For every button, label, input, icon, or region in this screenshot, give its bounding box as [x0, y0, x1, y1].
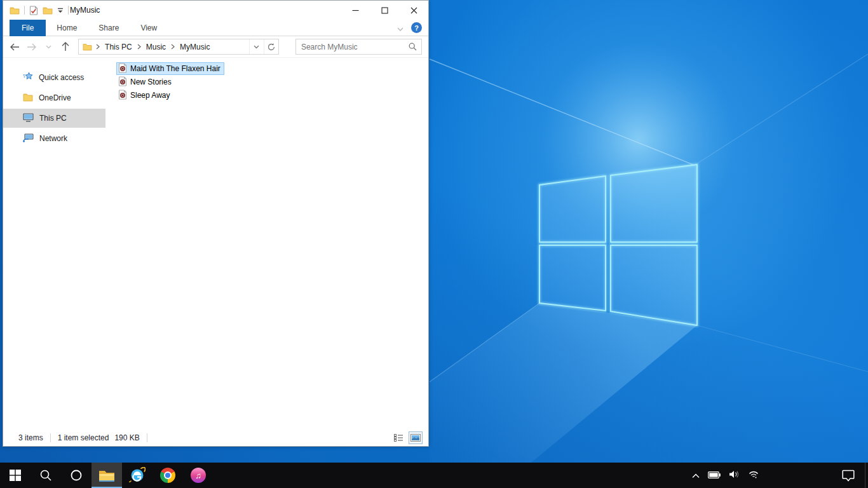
explorer-main: Quick access OneDrive This PC: [3, 58, 428, 430]
address-dropdown-chevron-icon[interactable]: [249, 39, 264, 54]
file-list: Maid With The Flaxen Hair New Stories Sl…: [105, 58, 428, 430]
tab-file[interactable]: File: [10, 20, 46, 36]
search-icon[interactable]: [405, 43, 421, 51]
close-button[interactable]: [399, 1, 428, 20]
this-pc-monitor-icon: [23, 113, 34, 124]
view-toggle-group: [392, 432, 422, 444]
tray-expand-chevron-icon[interactable]: [692, 470, 700, 481]
expand-ribbon-chevron-icon[interactable]: [397, 22, 403, 34]
sidebar-item-onedrive[interactable]: OneDrive: [3, 88, 105, 107]
status-bar: 3 items 1 item selected 190 KB: [3, 430, 428, 446]
volume-icon[interactable]: [729, 470, 740, 481]
file-name: New Stories: [130, 78, 172, 86]
itunes-button[interactable]: ♫: [183, 463, 214, 488]
help-button[interactable]: ?: [411, 22, 422, 33]
wifi-icon[interactable]: [748, 470, 759, 481]
start-button[interactable]: [0, 463, 31, 488]
chevron-right-icon[interactable]: [95, 44, 100, 50]
file-item[interactable]: Maid With The Flaxen Hair: [116, 62, 224, 75]
itunes-icon: ♫: [191, 468, 206, 483]
quick-access-star-icon: [23, 72, 33, 83]
toolbar-separator: [68, 6, 69, 15]
toolbar-separator: [24, 6, 25, 15]
quick-access-toolbar: [3, 6, 69, 15]
taskbar: ♫: [0, 463, 868, 488]
back-button[interactable]: [7, 39, 23, 55]
screen: MyMusic File Home Share View: [0, 0, 868, 488]
explorer-window-icon: [10, 6, 20, 15]
search-input[interactable]: [296, 43, 405, 51]
item-count: 3 items: [18, 433, 43, 442]
refresh-button[interactable]: [264, 39, 278, 54]
audio-file-icon: [118, 63, 127, 75]
sidebar-item-label: This PC: [39, 114, 67, 123]
titlebar: MyMusic: [3, 1, 428, 20]
selection-size: 190 KB: [114, 433, 139, 442]
tab-view[interactable]: View: [130, 20, 168, 36]
chrome-button[interactable]: [153, 463, 183, 488]
status-separator: [147, 433, 147, 442]
breadcrumb-this-pc[interactable]: This PC: [100, 43, 137, 51]
navigation-bar: This PC Music MyMusic: [3, 36, 428, 58]
window-controls: [341, 1, 428, 20]
breadcrumb-music[interactable]: Music: [142, 43, 170, 51]
window-title: MyMusic: [70, 6, 100, 15]
chevron-right-icon[interactable]: [137, 44, 142, 50]
new-folder-button[interactable]: [43, 6, 53, 15]
address-folder-icon: [79, 43, 95, 51]
audio-file-icon: [118, 76, 127, 88]
forward-button[interactable]: [24, 39, 40, 55]
sidebar-item-quick-access[interactable]: Quick access: [3, 68, 105, 87]
navigation-pane: Quick access OneDrive This PC: [3, 58, 105, 430]
file-name: Maid With The Flaxen Hair: [130, 64, 220, 73]
network-icon: [23, 133, 34, 144]
audio-file-icon: [118, 90, 127, 102]
show-desktop-button[interactable]: [865, 463, 868, 488]
file-item[interactable]: Sleep Away: [116, 89, 174, 102]
details-view-button[interactable]: [392, 432, 405, 444]
sidebar-item-label: OneDrive: [39, 93, 71, 102]
large-icons-view-button[interactable]: [409, 432, 422, 444]
chrome-icon: [160, 468, 175, 483]
sidebar-item-label: Quick access: [39, 73, 84, 82]
taskbar-search-button[interactable]: [31, 463, 61, 488]
sidebar-item-label: Network: [39, 134, 67, 143]
status-separator: [50, 433, 51, 442]
chevron-right-icon[interactable]: [170, 44, 175, 50]
up-button[interactable]: [58, 39, 74, 55]
sidebar-item-network[interactable]: Network: [3, 129, 105, 148]
selection-count: 1 item selected: [58, 433, 109, 442]
file-item[interactable]: New Stories: [116, 76, 175, 88]
search-box[interactable]: [295, 39, 422, 55]
breadcrumb-mymusic[interactable]: MyMusic: [175, 43, 214, 51]
customize-qat-chevron-icon[interactable]: [57, 8, 64, 13]
cortana-button[interactable]: [61, 463, 92, 488]
internet-explorer-button[interactable]: [122, 463, 153, 488]
system-tray: [692, 463, 759, 488]
ribbon-tabs: File Home Share View ?: [3, 20, 428, 36]
onedrive-folder-icon: [23, 93, 33, 104]
tab-home[interactable]: Home: [46, 20, 88, 36]
file-explorer-window: MyMusic File Home Share View: [3, 0, 429, 447]
tab-share[interactable]: Share: [88, 20, 130, 36]
properties-check-button[interactable]: [29, 6, 38, 15]
action-center-button[interactable]: [834, 463, 862, 488]
sidebar-item-this-pc[interactable]: This PC: [3, 109, 105, 128]
file-name: Sleep Away: [130, 91, 170, 100]
recent-locations-chevron-icon[interactable]: [41, 39, 57, 55]
address-bar[interactable]: This PC Music MyMusic: [78, 39, 279, 55]
minimize-button[interactable]: [341, 1, 370, 20]
maximize-button[interactable]: [370, 1, 399, 20]
battery-icon[interactable]: [708, 470, 721, 481]
taskbar-file-explorer-button[interactable]: [92, 463, 122, 488]
